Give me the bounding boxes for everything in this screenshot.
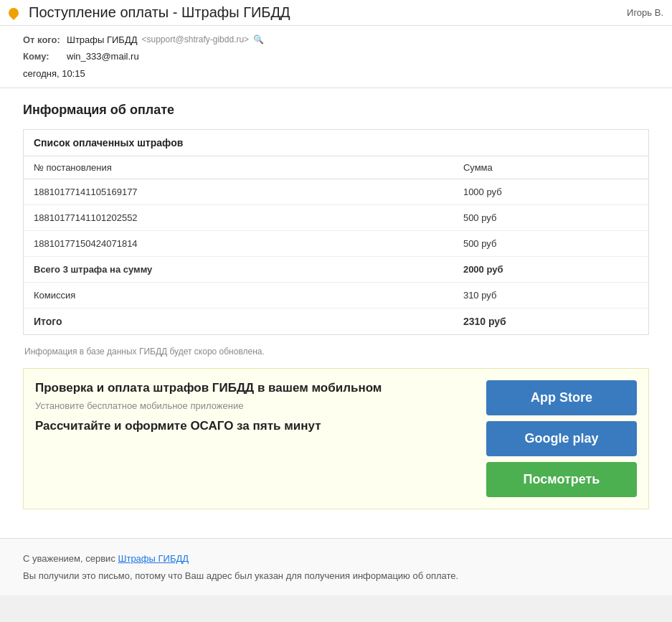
from-name: Штрафы ГИБДД	[67, 32, 138, 48]
footer-regards: С уважением, сервис Штрафы ГИБДД	[23, 550, 649, 567]
table-row: 18810177150424071814500 руб	[24, 231, 648, 257]
footer-notice: Вы получили это письмо, потому что Ваш а…	[23, 567, 649, 584]
total-row: Итого 2310 руб	[24, 308, 648, 335]
fine-number: 18810177141105169177	[24, 179, 453, 205]
table-row: 18810177141101202552500 руб	[24, 205, 648, 231]
footer-section: С уважением, сервис Штрафы ГИБДД Вы полу…	[0, 538, 672, 595]
appstore-button[interactable]: App Store	[486, 380, 637, 415]
search-icon[interactable]: 🔍	[253, 32, 264, 48]
fine-amount: 1000 руб	[453, 179, 648, 205]
promo-subtitle: Установите бесплатное мобильное приложен…	[35, 400, 472, 411]
total-fines-amount: 2000 руб	[453, 257, 648, 283]
top-bar-left: Поступление оплаты - Штрафы ГИБДД	[9, 4, 290, 21]
to-row: Кому: win_333@mail.ru	[23, 48, 649, 65]
date-row: сегодня, 10:15	[23, 65, 649, 82]
fines-header: Список оплаченных штрафов	[24, 130, 648, 156]
commission-amount: 310 руб	[453, 283, 648, 308]
promo-title: Проверка и оплата штрафов ГИБДД в вашем …	[35, 380, 472, 396]
fine-number: 18810177150424071814	[24, 231, 453, 257]
email-title: Поступление оплаты - Штрафы ГИБДД	[29, 4, 290, 21]
user-label: Игорь В.	[627, 7, 663, 18]
promo-title2: Рассчитайте и оформите ОСАГО за пять мин…	[35, 418, 472, 434]
promo-block: Проверка и оплата штрафов ГИБДД в вашем …	[23, 368, 649, 509]
fine-number: 18810177141101202552	[24, 205, 453, 231]
table-row: 188101771411051691771000 руб	[24, 179, 648, 205]
pin-icon	[6, 6, 21, 20]
fines-section: Список оплаченных штрафов № постановлени…	[23, 129, 649, 335]
fines-table: № постановления Сумма 188101771411051691…	[24, 156, 648, 334]
to-email: win_333@mail.ru	[67, 48, 139, 65]
commission-label: Комиссия	[24, 283, 453, 308]
osago-button[interactable]: Посмотреть	[486, 462, 637, 497]
col-number-header: № постановления	[24, 156, 453, 179]
from-row: От кого: Штрафы ГИБДД <support@shtrafy-g…	[23, 32, 649, 48]
from-label: От кого:	[23, 32, 62, 48]
googleplay-button[interactable]: Google play	[486, 421, 637, 456]
col-amount-header: Сумма	[453, 156, 648, 179]
promo-left: Проверка и оплата штрафов ГИБДД в вашем …	[35, 380, 472, 497]
email-body: Информация об оплате Список оплаченных ш…	[0, 88, 672, 538]
from-email: <support@shtrafy-gibdd.ru>	[142, 32, 250, 48]
total-label: Итого	[24, 308, 453, 335]
email-meta: От кого: Штрафы ГИБДД <support@shtrafy-g…	[0, 26, 672, 88]
table-header-row: № постановления Сумма	[24, 156, 648, 179]
fine-amount: 500 руб	[453, 231, 648, 257]
commission-row: Комиссия 310 руб	[24, 283, 648, 308]
info-note: Информация в базе данных ГИБДД будет ско…	[23, 347, 649, 357]
top-bar: Поступление оплаты - Штрафы ГИБДД Игорь …	[0, 0, 672, 26]
to-label: Кому:	[23, 48, 62, 65]
from-sender: Штрафы ГИБДД <support@shtrafy-gibdd.ru> …	[67, 32, 264, 48]
promo-right: App Store Google play Посмотреть	[486, 380, 637, 497]
total-amount: 2310 руб	[453, 308, 648, 335]
footer-link[interactable]: Штрафы ГИБДД	[118, 553, 189, 564]
fine-amount: 500 руб	[453, 205, 648, 231]
footer-regards-text: С уважением, сервис	[23, 553, 115, 564]
total-fines-label: Всего 3 штрафа на сумму	[24, 257, 453, 283]
total-fines-row: Всего 3 штрафа на сумму 2000 руб	[24, 257, 648, 283]
email-date: сегодня, 10:15	[23, 65, 85, 82]
section-title: Информация об оплате	[23, 103, 649, 118]
